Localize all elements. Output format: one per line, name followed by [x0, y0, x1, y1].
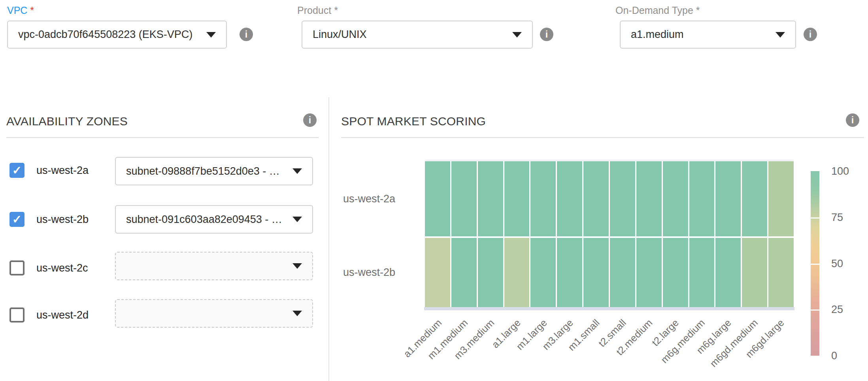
heatmap-cell-us-west-2a-a1.medium: [425, 161, 450, 236]
heatmap-cell-us-west-2a-m3.large: [557, 161, 582, 236]
subnet-select-value: subnet-091c603aa82e09453 - 192.168...: [126, 213, 285, 226]
colorbar-tick-50: 50: [831, 257, 843, 270]
heatmap-cell-us-west-2b-m6gd.large: [768, 238, 794, 307]
heatmap-cell-us-west-2b-t2.medium: [636, 238, 662, 307]
availability-zones-divider: [6, 137, 319, 138]
colorbar-tick-25: 25: [831, 304, 843, 316]
heatmap-cell-us-west-2b-m6g.medium: [689, 238, 715, 307]
heatmap-cell-us-west-2b-a1.medium: [425, 238, 450, 307]
spot-market-scoring-title: SPOT MARKET SCORING: [341, 115, 486, 128]
heatmap-cell-us-west-2a-a1.large: [504, 161, 530, 236]
heatmap-colorbar: [811, 171, 819, 356]
product-info-icon[interactable]: i: [540, 28, 553, 41]
on-demand-type-select-value: a1.medium: [631, 28, 768, 41]
heatmap-cell-us-west-2b-m1.large: [530, 238, 556, 307]
product-select-value: Linux/UNIX: [313, 28, 505, 41]
section-vertical-divider: [328, 97, 329, 381]
heatmap-cell-us-west-2b-m1.small: [583, 238, 609, 307]
required-asterisk: *: [30, 5, 34, 16]
heatmap-top-border: [425, 160, 794, 161]
checkmark-icon: ✓: [9, 163, 25, 178]
az-label-us-west-2a: us-west-2a: [36, 164, 89, 177]
heatmap-cell-us-west-2a-t2.small: [610, 161, 635, 236]
heatmap-cell-us-west-2a-m6g.medium: [689, 161, 715, 236]
heatmap-cell-us-west-2a-m6g.large: [715, 161, 741, 236]
subnet-select-us-west-2a[interactable]: subnet-09888f7be5152d0e3 - 192.168...: [115, 157, 313, 185]
subnet-select-us-west-2d[interactable]: [115, 299, 313, 328]
required-asterisk: *: [334, 5, 338, 16]
chevron-down-icon: [512, 32, 522, 38]
colorbar-tick-line: [811, 217, 819, 219]
on-demand-type-select[interactable]: a1.medium: [620, 21, 796, 49]
heatmap-cell-us-west-2a-t2.large: [663, 161, 688, 236]
availability-zones-info-icon[interactable]: i: [303, 113, 317, 127]
availability-zones-title: AVAILABILITY ZONES: [6, 115, 128, 128]
heatmap-cell-us-west-2b-m6g.large: [715, 238, 741, 307]
heatmap-cell-us-west-2a-t2.medium: [636, 161, 662, 236]
spot-market-scoring-info-icon[interactable]: i: [846, 113, 859, 127]
heatmap-y-label-us-west-2a: us-west-2a: [312, 193, 395, 205]
heatmap-row-us-west-2a: [425, 161, 794, 236]
spot-configuration-screen: VPC * vpc-0adcb70f645508223 (EKS-VPC) i …: [0, 0, 868, 381]
heatmap-cell-us-west-2a-m1.small: [583, 161, 609, 236]
chevron-down-icon: [292, 311, 302, 316]
required-asterisk: *: [696, 5, 700, 16]
product-select[interactable]: Linux/UNIX: [302, 21, 533, 49]
vpc-info-icon[interactable]: i: [240, 28, 253, 41]
spot-market-scoring-divider: [341, 137, 864, 138]
product-label: Product *: [297, 5, 338, 16]
heatmap-cell-us-west-2a-m6gd.large: [768, 161, 794, 236]
chevron-down-icon: [292, 168, 302, 174]
heatmap-cell-us-west-2b-a1.large: [504, 238, 530, 307]
az-checkbox-us-west-2c[interactable]: ✓: [9, 260, 25, 275]
heatmap-cell-us-west-2b-m3.medium: [478, 238, 503, 307]
heatmap-cell-us-west-2b-m6gd.medium: [742, 238, 767, 307]
heatmap-cell-us-west-2a-m3.medium: [478, 161, 503, 236]
chevron-down-icon: [292, 217, 302, 222]
chevron-down-icon: [776, 32, 785, 38]
az-checkbox-us-west-2b[interactable]: ✓: [9, 212, 25, 227]
az-label-us-west-2d: us-west-2d: [36, 309, 89, 321]
vpc-select[interactable]: vpc-0adcb70f645508223 (EKS-VPC): [7, 21, 227, 49]
heatmap-cell-us-west-2b-m3.large: [557, 238, 582, 307]
az-label-us-west-2b: us-west-2b: [36, 213, 89, 226]
heatmap-row-us-west-2b: [425, 238, 794, 307]
on-demand-type-label: On-Demand Type *: [615, 5, 700, 16]
vpc-label: VPC *: [7, 5, 34, 16]
colorbar-tick-line: [811, 309, 819, 311]
heatmap-cell-us-west-2a-m1.medium: [451, 161, 477, 236]
on-demand-type-info-icon[interactable]: i: [804, 28, 817, 41]
heatmap-cell-us-west-2a-m1.large: [530, 161, 556, 236]
heatmap-x-axis-line: [424, 307, 794, 310]
vpc-select-value: vpc-0adcb70f645508223 (EKS-VPC): [18, 28, 199, 41]
checkmark-icon: ✓: [9, 212, 25, 227]
az-checkbox-us-west-2d[interactable]: ✓: [9, 307, 25, 323]
heatmap-cell-us-west-2b-m1.medium: [451, 238, 477, 307]
subnet-select-us-west-2c[interactable]: [115, 252, 313, 280]
subnet-select-us-west-2b[interactable]: subnet-091c603aa82e09453 - 192.168...: [115, 205, 313, 234]
colorbar-tick-100: 100: [831, 165, 849, 177]
heatmap-cell-us-west-2a-m6gd.medium: [742, 161, 767, 236]
az-label-us-west-2c: us-west-2c: [36, 262, 88, 274]
heatmap-cell-us-west-2b-t2.small: [610, 238, 635, 307]
az-checkbox-us-west-2a[interactable]: ✓: [9, 163, 25, 178]
chevron-down-icon: [292, 263, 302, 269]
colorbar-tick-75: 75: [831, 211, 843, 223]
heatmap-y-label-us-west-2b: us-west-2b: [312, 266, 395, 279]
colorbar-tick-line: [811, 264, 819, 265]
spot-scoring-heatmap: [425, 161, 794, 307]
heatmap-cell-us-west-2b-t2.large: [663, 238, 688, 307]
subnet-select-value: subnet-09888f7be5152d0e3 - 192.168...: [126, 165, 285, 177]
colorbar-tick-0: 0: [831, 350, 837, 362]
chevron-down-icon: [206, 32, 216, 38]
